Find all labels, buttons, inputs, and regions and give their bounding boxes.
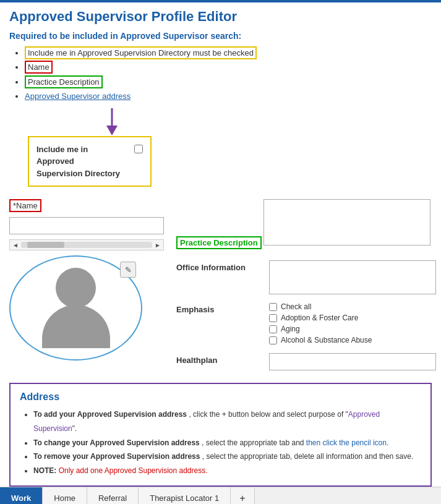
alcohol-label: Alcohol & Substance Abuse bbox=[281, 336, 372, 344]
emphasis-adoption: Adoption & Foster Care bbox=[269, 314, 436, 322]
edit-avatar-button[interactable]: ✎ bbox=[120, 262, 136, 278]
tab-add-plus[interactable]: + bbox=[231, 488, 254, 504]
aging-label: Aging bbox=[281, 325, 300, 333]
pencil-icon: ✎ bbox=[125, 265, 132, 275]
alcohol-checkbox[interactable] bbox=[269, 336, 277, 344]
avatar-person bbox=[42, 268, 110, 348]
healthplan-row: Healthplan bbox=[176, 353, 436, 370]
office-info-row: Office Information bbox=[176, 260, 436, 296]
highlight-practice: Practice Description bbox=[25, 75, 103, 88]
name-field-label: *Name bbox=[9, 199, 41, 212]
scrollbar-track bbox=[21, 242, 152, 248]
include-box-label: Include me in Approved Supervision Direc… bbox=[36, 143, 120, 180]
include-me-checkbox[interactable] bbox=[134, 145, 143, 153]
highlight-include: Include me in Approved Supervision Direc… bbox=[25, 46, 257, 59]
address-item-add: To add your Approved Supervision address… bbox=[33, 408, 421, 436]
scroll-right-icon[interactable]: ► bbox=[155, 242, 161, 249]
tab-bar: Work Home Referral Therapist Locator 1 + bbox=[0, 487, 441, 504]
check-all-checkbox[interactable] bbox=[269, 303, 277, 311]
aging-checkbox[interactable] bbox=[269, 325, 277, 333]
practice-desc-label: Practice Description bbox=[176, 236, 262, 249]
required-item-4: Approved Supervisor address bbox=[25, 89, 432, 103]
emphasis-row: Emphasis Check all Adoption & Foster Car… bbox=[176, 302, 436, 347]
scroll-left-icon[interactable]: ◄ bbox=[12, 242, 19, 249]
address-note-rest: Only add one Approved Supervision addres… bbox=[59, 466, 208, 475]
tab-referral[interactable]: Referral bbox=[87, 487, 139, 504]
emphasis-aging: Aging bbox=[269, 325, 436, 333]
tab-work[interactable]: Work bbox=[0, 487, 43, 504]
adoption-label: Adoption & Foster Care bbox=[281, 314, 358, 322]
address-item-remove: To remove your Approved Supervision addr… bbox=[33, 450, 421, 464]
required-section-title: Required to be included in Approved Supe… bbox=[9, 31, 432, 41]
name-input[interactable] bbox=[9, 217, 164, 234]
address-remove-bold: To remove your Approved Supervision addr… bbox=[33, 452, 200, 461]
address-change-rest: , select the appropriate tab and then cl… bbox=[202, 438, 388, 447]
page-title: Approved Supervisor Profile Editor bbox=[9, 9, 432, 25]
check-all-label: Check all bbox=[281, 302, 311, 311]
scrollbar-thumb bbox=[27, 242, 64, 248]
required-item-3: Practice Description bbox=[25, 75, 432, 89]
form-right-column: Practice Description Office Information … bbox=[176, 199, 436, 377]
practice-desc-container: Practice Description bbox=[176, 199, 436, 253]
svg-marker-1 bbox=[106, 126, 118, 135]
address-note-bold: NOTE: bbox=[33, 466, 56, 475]
name-field-container: *Name bbox=[9, 199, 164, 234]
highlight-name: Name bbox=[25, 61, 53, 74]
address-change-bold: To change your Approved Supervision addr… bbox=[33, 438, 200, 447]
address-item-change: To change your Approved Supervision addr… bbox=[33, 436, 421, 450]
address-title: Address bbox=[20, 391, 421, 403]
office-info-label: Office Information bbox=[176, 260, 257, 272]
healthplan-label: Healthplan bbox=[176, 353, 257, 365]
healthplan-input[interactable] bbox=[269, 353, 436, 370]
address-section: Address To add your Approved Supervision… bbox=[9, 383, 432, 487]
healthplan-content bbox=[269, 353, 436, 370]
address-item-note: NOTE: Only add one Approved Supervision … bbox=[33, 464, 421, 478]
arrow-wrapper bbox=[9, 108, 432, 136]
address-add-bold: To add your Approved Supervision address bbox=[33, 410, 187, 419]
adoption-checkbox[interactable] bbox=[269, 314, 277, 322]
practice-desc-input[interactable] bbox=[263, 199, 430, 246]
main-form-area: *Name ◄ ► ✎ bbox=[9, 199, 432, 377]
office-info-content bbox=[269, 260, 436, 296]
emphasis-alcohol: Alcohol & Substance Abuse bbox=[269, 336, 436, 344]
emphasis-checkboxes: Check all Adoption & Foster Care Aging A… bbox=[269, 302, 436, 347]
horizontal-scrollbar[interactable]: ◄ ► bbox=[9, 239, 164, 250]
form-left-column: *Name ◄ ► ✎ bbox=[9, 199, 164, 377]
required-item-1: Include me in Approved Supervision Direc… bbox=[25, 46, 432, 60]
office-info-input[interactable] bbox=[269, 260, 436, 294]
required-item-2: Name bbox=[25, 60, 432, 74]
emphasis-label: Emphasis bbox=[176, 302, 257, 314]
avatar-head bbox=[56, 268, 96, 308]
arrow-down-icon bbox=[105, 108, 119, 136]
address-list: To add your Approved Supervision address… bbox=[20, 408, 421, 478]
tab-home[interactable]: Home bbox=[43, 487, 87, 504]
tab-therapist-locator[interactable]: Therapist Locator 1 bbox=[139, 487, 231, 504]
include-checkbox-row: Include me in Approved Supervision Direc… bbox=[36, 143, 143, 180]
avatar-body bbox=[42, 305, 110, 348]
emphasis-check-all: Check all bbox=[269, 302, 436, 311]
address-remove-rest: , select the appropriate tab, delete all… bbox=[202, 452, 414, 461]
required-list: Include me in Approved Supervision Direc… bbox=[9, 46, 432, 104]
include-box: Include me in Approved Supervision Direc… bbox=[28, 136, 152, 187]
avatar-wrapper: ✎ bbox=[9, 255, 142, 361]
link-address[interactable]: Approved Supervisor address bbox=[25, 92, 131, 101]
